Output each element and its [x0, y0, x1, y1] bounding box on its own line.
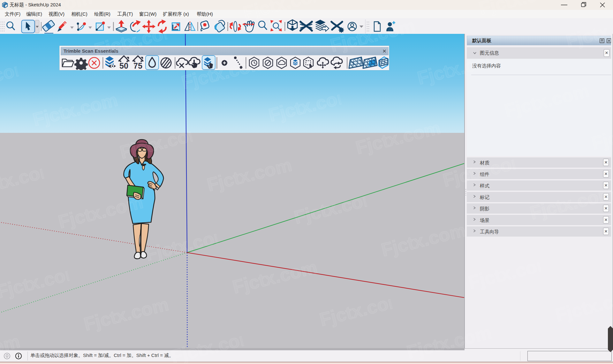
svg-text:75: 75	[133, 61, 142, 70]
svg-text:50: 50	[119, 61, 128, 70]
